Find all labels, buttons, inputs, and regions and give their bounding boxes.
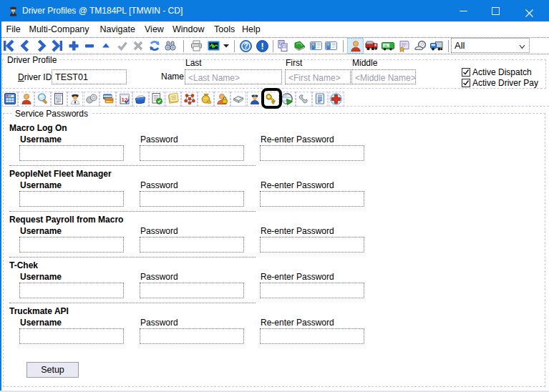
svg-text:?: ? (243, 41, 248, 50)
svg-text:!: ! (261, 41, 263, 51)
